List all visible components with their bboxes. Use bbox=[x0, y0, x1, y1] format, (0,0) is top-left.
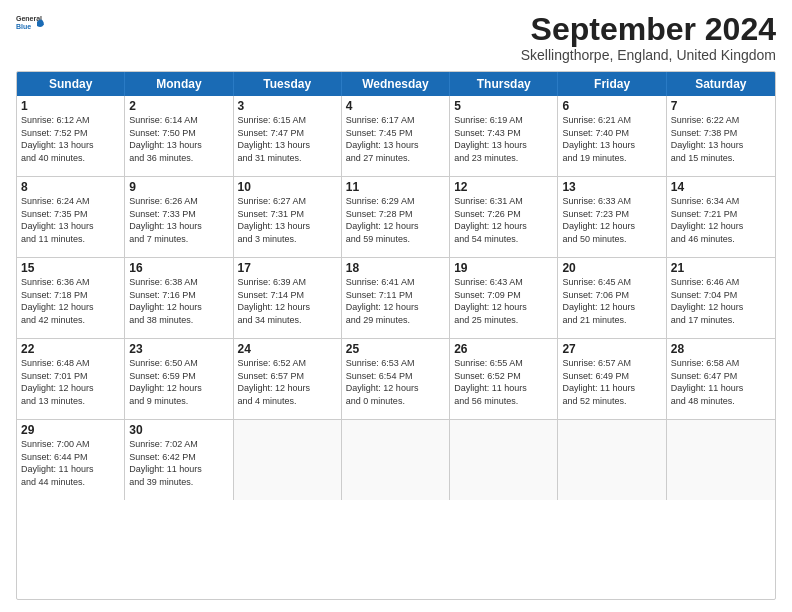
table-row: 12Sunrise: 6:31 AM Sunset: 7:26 PM Dayli… bbox=[450, 177, 558, 257]
cell-info: Sunrise: 6:22 AM Sunset: 7:38 PM Dayligh… bbox=[671, 114, 771, 164]
cell-info: Sunrise: 6:17 AM Sunset: 7:45 PM Dayligh… bbox=[346, 114, 445, 164]
cell-info: Sunrise: 6:50 AM Sunset: 6:59 PM Dayligh… bbox=[129, 357, 228, 407]
cell-info: Sunrise: 6:43 AM Sunset: 7:09 PM Dayligh… bbox=[454, 276, 553, 326]
table-row: 23Sunrise: 6:50 AM Sunset: 6:59 PM Dayli… bbox=[125, 339, 233, 419]
cell-info: Sunrise: 6:39 AM Sunset: 7:14 PM Dayligh… bbox=[238, 276, 337, 326]
table-row: 24Sunrise: 6:52 AM Sunset: 6:57 PM Dayli… bbox=[234, 339, 342, 419]
table-row bbox=[342, 420, 450, 500]
table-row: 9Sunrise: 6:26 AM Sunset: 7:33 PM Daylig… bbox=[125, 177, 233, 257]
day-number: 13 bbox=[562, 180, 661, 194]
header-tuesday: Tuesday bbox=[234, 72, 342, 96]
page: General Blue September 2024 Skellingthor… bbox=[0, 0, 792, 612]
table-row: 1Sunrise: 6:12 AM Sunset: 7:52 PM Daylig… bbox=[17, 96, 125, 176]
table-row: 29Sunrise: 7:00 AM Sunset: 6:44 PM Dayli… bbox=[17, 420, 125, 500]
header-thursday: Thursday bbox=[450, 72, 558, 96]
table-row: 7Sunrise: 6:22 AM Sunset: 7:38 PM Daylig… bbox=[667, 96, 775, 176]
calendar-row: 29Sunrise: 7:00 AM Sunset: 6:44 PM Dayli… bbox=[17, 420, 775, 500]
header-sunday: Sunday bbox=[17, 72, 125, 96]
cell-info: Sunrise: 6:57 AM Sunset: 6:49 PM Dayligh… bbox=[562, 357, 661, 407]
day-number: 18 bbox=[346, 261, 445, 275]
day-number: 25 bbox=[346, 342, 445, 356]
table-row: 20Sunrise: 6:45 AM Sunset: 7:06 PM Dayli… bbox=[558, 258, 666, 338]
table-row: 16Sunrise: 6:38 AM Sunset: 7:16 PM Dayli… bbox=[125, 258, 233, 338]
day-number: 21 bbox=[671, 261, 771, 275]
day-number: 17 bbox=[238, 261, 337, 275]
table-row: 2Sunrise: 6:14 AM Sunset: 7:50 PM Daylig… bbox=[125, 96, 233, 176]
table-row: 27Sunrise: 6:57 AM Sunset: 6:49 PM Dayli… bbox=[558, 339, 666, 419]
table-row bbox=[558, 420, 666, 500]
cell-info: Sunrise: 6:38 AM Sunset: 7:16 PM Dayligh… bbox=[129, 276, 228, 326]
calendar-body: 1Sunrise: 6:12 AM Sunset: 7:52 PM Daylig… bbox=[17, 96, 775, 500]
table-row: 5Sunrise: 6:19 AM Sunset: 7:43 PM Daylig… bbox=[450, 96, 558, 176]
calendar-row: 22Sunrise: 6:48 AM Sunset: 7:01 PM Dayli… bbox=[17, 339, 775, 420]
cell-info: Sunrise: 6:48 AM Sunset: 7:01 PM Dayligh… bbox=[21, 357, 120, 407]
calendar-header: Sunday Monday Tuesday Wednesday Thursday… bbox=[17, 72, 775, 96]
logo: General Blue bbox=[16, 12, 44, 40]
day-number: 7 bbox=[671, 99, 771, 113]
header: General Blue September 2024 Skellingthor… bbox=[16, 12, 776, 63]
table-row: 15Sunrise: 6:36 AM Sunset: 7:18 PM Dayli… bbox=[17, 258, 125, 338]
table-row: 4Sunrise: 6:17 AM Sunset: 7:45 PM Daylig… bbox=[342, 96, 450, 176]
table-row: 25Sunrise: 6:53 AM Sunset: 6:54 PM Dayli… bbox=[342, 339, 450, 419]
day-number: 19 bbox=[454, 261, 553, 275]
header-right: September 2024 Skellingthorpe, England, … bbox=[521, 12, 776, 63]
calendar-row: 8Sunrise: 6:24 AM Sunset: 7:35 PM Daylig… bbox=[17, 177, 775, 258]
day-number: 26 bbox=[454, 342, 553, 356]
month-title: September 2024 bbox=[521, 12, 776, 47]
table-row: 13Sunrise: 6:33 AM Sunset: 7:23 PM Dayli… bbox=[558, 177, 666, 257]
cell-info: Sunrise: 6:58 AM Sunset: 6:47 PM Dayligh… bbox=[671, 357, 771, 407]
cell-info: Sunrise: 6:36 AM Sunset: 7:18 PM Dayligh… bbox=[21, 276, 120, 326]
calendar-row: 15Sunrise: 6:36 AM Sunset: 7:18 PM Dayli… bbox=[17, 258, 775, 339]
day-number: 2 bbox=[129, 99, 228, 113]
header-saturday: Saturday bbox=[667, 72, 775, 96]
day-number: 30 bbox=[129, 423, 228, 437]
header-wednesday: Wednesday bbox=[342, 72, 450, 96]
cell-info: Sunrise: 6:46 AM Sunset: 7:04 PM Dayligh… bbox=[671, 276, 771, 326]
svg-text:Blue: Blue bbox=[16, 23, 31, 30]
table-row: 26Sunrise: 6:55 AM Sunset: 6:52 PM Dayli… bbox=[450, 339, 558, 419]
day-number: 10 bbox=[238, 180, 337, 194]
table-row: 22Sunrise: 6:48 AM Sunset: 7:01 PM Dayli… bbox=[17, 339, 125, 419]
cell-info: Sunrise: 6:52 AM Sunset: 6:57 PM Dayligh… bbox=[238, 357, 337, 407]
table-row: 6Sunrise: 6:21 AM Sunset: 7:40 PM Daylig… bbox=[558, 96, 666, 176]
cell-info: Sunrise: 6:55 AM Sunset: 6:52 PM Dayligh… bbox=[454, 357, 553, 407]
table-row bbox=[450, 420, 558, 500]
table-row: 11Sunrise: 6:29 AM Sunset: 7:28 PM Dayli… bbox=[342, 177, 450, 257]
cell-info: Sunrise: 6:24 AM Sunset: 7:35 PM Dayligh… bbox=[21, 195, 120, 245]
table-row: 18Sunrise: 6:41 AM Sunset: 7:11 PM Dayli… bbox=[342, 258, 450, 338]
day-number: 4 bbox=[346, 99, 445, 113]
cell-info: Sunrise: 7:02 AM Sunset: 6:42 PM Dayligh… bbox=[129, 438, 228, 488]
day-number: 24 bbox=[238, 342, 337, 356]
day-number: 6 bbox=[562, 99, 661, 113]
day-number: 5 bbox=[454, 99, 553, 113]
cell-info: Sunrise: 6:19 AM Sunset: 7:43 PM Dayligh… bbox=[454, 114, 553, 164]
header-friday: Friday bbox=[558, 72, 666, 96]
table-row bbox=[234, 420, 342, 500]
table-row: 10Sunrise: 6:27 AM Sunset: 7:31 PM Dayli… bbox=[234, 177, 342, 257]
day-number: 11 bbox=[346, 180, 445, 194]
day-number: 8 bbox=[21, 180, 120, 194]
table-row: 14Sunrise: 6:34 AM Sunset: 7:21 PM Dayli… bbox=[667, 177, 775, 257]
cell-info: Sunrise: 6:12 AM Sunset: 7:52 PM Dayligh… bbox=[21, 114, 120, 164]
table-row: 8Sunrise: 6:24 AM Sunset: 7:35 PM Daylig… bbox=[17, 177, 125, 257]
table-row bbox=[667, 420, 775, 500]
header-monday: Monday bbox=[125, 72, 233, 96]
cell-info: Sunrise: 6:14 AM Sunset: 7:50 PM Dayligh… bbox=[129, 114, 228, 164]
cell-info: Sunrise: 6:26 AM Sunset: 7:33 PM Dayligh… bbox=[129, 195, 228, 245]
cell-info: Sunrise: 6:27 AM Sunset: 7:31 PM Dayligh… bbox=[238, 195, 337, 245]
logo-icon: General Blue bbox=[16, 12, 44, 40]
day-number: 27 bbox=[562, 342, 661, 356]
day-number: 15 bbox=[21, 261, 120, 275]
calendar-row: 1Sunrise: 6:12 AM Sunset: 7:52 PM Daylig… bbox=[17, 96, 775, 177]
day-number: 20 bbox=[562, 261, 661, 275]
day-number: 28 bbox=[671, 342, 771, 356]
cell-info: Sunrise: 6:41 AM Sunset: 7:11 PM Dayligh… bbox=[346, 276, 445, 326]
cell-info: Sunrise: 7:00 AM Sunset: 6:44 PM Dayligh… bbox=[21, 438, 120, 488]
day-number: 3 bbox=[238, 99, 337, 113]
day-number: 29 bbox=[21, 423, 120, 437]
cell-info: Sunrise: 6:53 AM Sunset: 6:54 PM Dayligh… bbox=[346, 357, 445, 407]
cell-info: Sunrise: 6:33 AM Sunset: 7:23 PM Dayligh… bbox=[562, 195, 661, 245]
table-row: 19Sunrise: 6:43 AM Sunset: 7:09 PM Dayli… bbox=[450, 258, 558, 338]
calendar: Sunday Monday Tuesday Wednesday Thursday… bbox=[16, 71, 776, 600]
table-row: 17Sunrise: 6:39 AM Sunset: 7:14 PM Dayli… bbox=[234, 258, 342, 338]
